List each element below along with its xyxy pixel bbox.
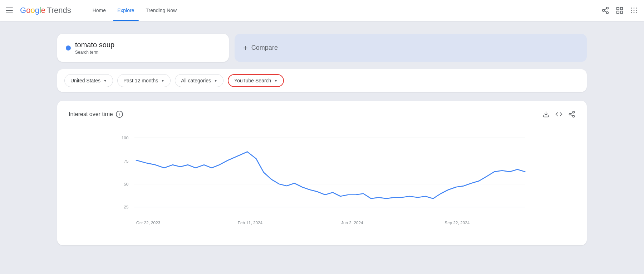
nav-trending[interactable]: Trending Now [142,5,181,16]
filter-row: United States ▼ Past 12 months ▼ All cat… [57,69,587,92]
search-type: Search term [75,50,114,55]
svg-point-10 [634,8,635,9]
header-right [601,6,638,15]
nav-explore[interactable]: Explore [113,5,138,16]
download-button[interactable] [542,111,550,118]
main-nav: Home Explore Trending Now [88,5,181,16]
svg-line-3 [604,11,606,12]
chart-header: Interest over time i [69,111,575,118]
platform-label: YouTube Search [234,78,271,83]
svg-point-0 [606,7,609,9]
logo-trends: Trends [47,6,71,15]
embed-button[interactable] [555,111,562,118]
svg-rect-5 [617,8,619,10]
svg-point-11 [636,8,637,9]
chart-svg: 100 75 50 25 Oct 22, 2023 Feb 11, 2024 J… [69,126,575,234]
header-left: Google Trends [6,6,71,15]
share-chart-button[interactable] [568,111,575,118]
compare-label: Compare [251,44,278,52]
category-filter[interactable]: All categories ▼ [175,74,223,87]
logo-google: Google [20,6,45,15]
apps-icon[interactable] [630,6,638,15]
chart-container: 100 75 50 25 Oct 22, 2023 Feb 11, 2024 J… [69,126,575,235]
compare-box[interactable]: + Compare [235,34,587,62]
chart-line [136,152,525,199]
y-label-50: 50 [124,182,129,186]
x-label-feb: Feb 11, 2024 [238,220,263,225]
category-label: All categories [181,78,211,83]
search-area: tomato soup Search term + Compare [57,34,587,62]
header: Google Trends Home Explore Trending Now [0,0,644,21]
share-icon[interactable] [601,6,610,15]
svg-line-22 [571,115,573,116]
period-label: Past 12 months [123,78,158,83]
y-label-100: 100 [122,135,129,140]
x-label-sep: Sep 22, 2024 [444,220,470,225]
svg-point-17 [636,12,637,13]
chart-title-group: Interest over time i [69,111,123,118]
search-term: tomato soup [75,41,114,49]
period-arrow-icon: ▼ [161,79,164,83]
period-filter[interactable]: Past 12 months ▼ [117,74,171,87]
svg-point-21 [573,115,575,117]
svg-point-13 [634,10,635,11]
nav-home[interactable]: Home [88,5,110,16]
search-text-group: tomato soup Search term [75,41,114,55]
x-label-jun: Jun 2, 2024 [341,220,363,225]
search-dot [66,45,71,51]
info-icon[interactable]: i [116,111,123,118]
y-label-75: 75 [124,159,129,163]
search-box: tomato soup Search term [57,34,229,62]
svg-line-23 [571,112,573,114]
svg-point-2 [606,12,609,14]
category-arrow-icon: ▼ [214,79,217,83]
stories-icon[interactable] [615,6,624,15]
svg-rect-7 [617,11,619,13]
svg-point-20 [569,114,571,115]
chart-card: Interest over time i [57,101,587,245]
y-label-25: 25 [124,205,129,209]
region-label: United States [70,78,100,83]
svg-line-4 [604,9,606,10]
platform-arrow-icon: ▼ [274,79,277,83]
svg-point-14 [636,10,637,11]
main-content: tomato soup Search term + Compare United… [0,21,644,253]
chart-actions [542,111,575,118]
x-label-oct: Oct 22, 2023 [136,220,161,225]
svg-point-9 [631,8,632,9]
chart-title: Interest over time [69,111,113,117]
hamburger-menu[interactable] [6,6,14,15]
compare-plus-icon: + [243,43,248,53]
region-filter[interactable]: United States ▼ [64,74,113,87]
svg-rect-8 [620,11,623,13]
svg-point-19 [573,111,575,113]
svg-point-12 [631,10,632,11]
svg-point-1 [603,9,605,11]
svg-point-16 [634,12,635,13]
svg-point-15 [631,12,632,13]
platform-filter[interactable]: YouTube Search ▼ [228,74,284,87]
region-arrow-icon: ▼ [103,79,107,83]
logo: Google Trends [20,6,71,15]
svg-rect-6 [620,8,623,10]
